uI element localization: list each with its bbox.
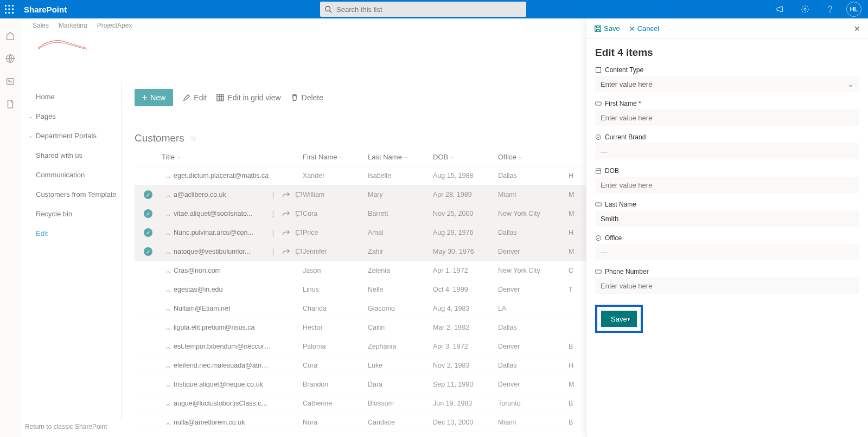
- svg-line-10: [330, 11, 332, 13]
- content-type-field[interactable]: Enter value here⌄: [595, 76, 859, 92]
- svg-rect-21: [596, 203, 602, 206]
- svg-rect-16: [595, 25, 601, 31]
- svg-point-19: [596, 135, 601, 140]
- svg-rect-17: [596, 68, 601, 73]
- office-label: Office: [595, 234, 859, 242]
- waffle-icon: [5, 5, 14, 14]
- last-name-field[interactable]: [595, 210, 859, 227]
- save-button-highlight: Save: [595, 305, 643, 333]
- check-icon: [595, 235, 602, 241]
- suite-bar: SharePoint HL: [0, 0, 868, 18]
- settings-button[interactable]: [796, 1, 814, 18]
- panel-cancel-link[interactable]: Cancel: [629, 24, 659, 33]
- svg-rect-20: [596, 169, 601, 173]
- search-icon: [324, 5, 332, 13]
- type-icon: [595, 67, 602, 73]
- help-icon: [826, 5, 834, 14]
- check-icon: [595, 134, 602, 140]
- brand-field[interactable]: —: [595, 143, 859, 159]
- svg-rect-8: [12, 12, 14, 14]
- text-icon: [595, 268, 602, 275]
- svg-rect-6: [5, 12, 7, 14]
- gear-icon: [801, 5, 809, 14]
- megaphone-button[interactable]: [771, 1, 789, 18]
- search-input[interactable]: [336, 5, 522, 14]
- text-icon: [595, 100, 602, 107]
- search-box[interactable]: [320, 2, 526, 17]
- last-name-label: Last Name: [595, 201, 859, 208]
- phone-field[interactable]: [595, 278, 859, 294]
- help-button[interactable]: [821, 1, 839, 18]
- avatar[interactable]: HL: [846, 2, 861, 17]
- svg-point-9: [326, 7, 330, 11]
- svg-rect-23: [596, 270, 602, 273]
- svg-rect-0: [5, 5, 7, 7]
- content-type-label: Content Type: [595, 66, 859, 74]
- svg-rect-3: [5, 9, 7, 10]
- panel-title: Edit 4 items: [595, 47, 859, 59]
- panel-close-button[interactable]: ✕: [854, 24, 860, 33]
- text-icon: [595, 201, 602, 208]
- first-name-label: First Name *: [595, 100, 859, 107]
- panel-body: Edit 4 items Content Type Enter value he…: [586, 39, 868, 340]
- svg-rect-18: [596, 102, 602, 105]
- office-field[interactable]: —: [595, 244, 859, 260]
- svg-rect-1: [9, 5, 10, 7]
- svg-point-22: [596, 236, 601, 241]
- svg-point-12: [829, 11, 830, 12]
- dob-field[interactable]: [595, 177, 859, 193]
- svg-rect-2: [12, 5, 14, 7]
- svg-rect-5: [12, 9, 14, 10]
- brand-label: SharePoint: [24, 5, 67, 14]
- calendar-icon: [595, 168, 602, 174]
- cursor-icon: [626, 316, 633, 324]
- first-name-field[interactable]: [595, 110, 859, 126]
- svg-rect-4: [9, 9, 10, 10]
- megaphone-icon: [776, 5, 784, 14]
- chevron-down-icon: ⌄: [848, 80, 854, 88]
- svg-point-11: [804, 8, 806, 10]
- edit-panel: Save Cancel ✕ Edit 4 items Content Type …: [586, 18, 868, 437]
- svg-rect-7: [9, 12, 10, 14]
- close-icon: [629, 25, 635, 32]
- brand-label: Current Brand: [595, 133, 859, 141]
- app-launcher-button[interactable]: [0, 0, 18, 18]
- panel-header: Save Cancel ✕: [586, 18, 868, 39]
- panel-save-link[interactable]: Save: [594, 24, 620, 33]
- dob-label: DOB: [595, 167, 859, 175]
- save-button[interactable]: Save: [601, 311, 637, 327]
- phone-label: Phone Number: [595, 268, 859, 275]
- save-icon: [594, 25, 602, 33]
